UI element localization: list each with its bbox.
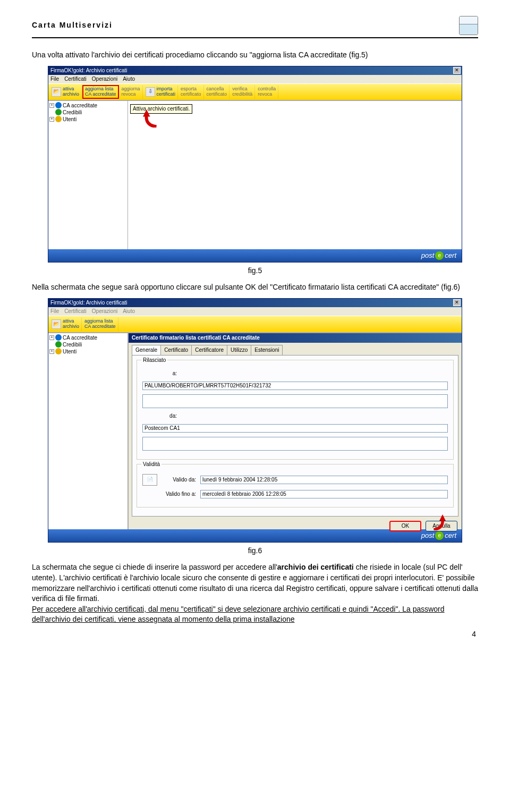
plus-icon[interactable]: + (49, 117, 54, 122)
fig5-caption: fig.5 (32, 266, 478, 276)
value-valido-da[interactable]: lunedì 9 febbraio 2004 12:28:05 (200, 476, 448, 484)
menu-certificati[interactable]: Certificati (64, 75, 87, 83)
page-number: 4 (32, 629, 478, 640)
label-valido-fino: Valido fino a: (162, 490, 196, 498)
toolbar-aggiorna-lista[interactable]: aggiorna listaCA accreditate (82, 85, 119, 99)
globe-icon (55, 102, 62, 108)
menu-aiuto[interactable]: Aiuto (123, 308, 135, 315)
red-arrow-icon (430, 514, 446, 530)
dialog-buttons: OK Annulla (129, 519, 462, 536)
folder-icon: 📂 (52, 87, 61, 97)
label-da: da: (142, 412, 177, 420)
group-rilasciato: Rilasciato a: PALUMBO/ROBERTO/PLMRRT57T0… (137, 360, 454, 460)
ok-button[interactable]: OK (389, 521, 421, 531)
svg-marker-0 (143, 109, 150, 117)
fig5-window-title: FirmaOK!gold: Archivio certificati (50, 67, 128, 74)
header-title: Carta Multiservizi (32, 20, 113, 31)
plus-icon[interactable]: + (49, 349, 54, 354)
tree-utenti[interactable]: + Utenti (49, 348, 126, 355)
value-valido-fino[interactable]: mercoledì 8 febbraio 2006 12:28:05 (200, 490, 448, 498)
value-rilasciato-a[interactable]: PALUMBO/ROBERTO/PLMRRT57T02H501F/321732 (142, 382, 448, 390)
certificate-dialog: Certificato firmatario lista certificati… (128, 333, 462, 529)
toolbar-attiva-archivio[interactable]: 📂 attivaarchivio (49, 317, 82, 331)
tooltip: Attiva archivio certificati. (130, 104, 192, 114)
folder-icon: 📂 (52, 319, 61, 329)
plus-icon[interactable]: + (49, 103, 54, 108)
shield-icon (55, 341, 62, 348)
tree-utenti[interactable]: + Utenti (49, 116, 126, 123)
fig5-tree: + CA accreditate Credibili + Utenti (48, 101, 128, 249)
tab-utilizzo[interactable]: Utilizzo (227, 345, 251, 355)
toolbar-attiva-archivio[interactable]: 📂 attivaarchivio (49, 85, 82, 99)
value-rilasciato-da[interactable]: Postecom CA1 (142, 424, 448, 433)
fig5-window: FirmaOK!gold: Archivio certificati ✕ Fil… (48, 66, 462, 263)
fig6-menubar: File Certificati Operazioni Aiuto (48, 307, 462, 316)
dialog-title: Certificato firmatario lista certificati… (129, 333, 462, 343)
fig5-footer: postecert (48, 249, 462, 262)
dialog-body: Rilasciato a: PALUMBO/ROBERTO/PLMRRT57T0… (132, 355, 458, 517)
value-empty[interactable] (142, 437, 448, 451)
menu-file[interactable]: File (50, 308, 59, 315)
fig6-toolbar: 📂 attivaarchivio aggiorna listaCA accred… (48, 316, 462, 333)
svg-marker-1 (439, 514, 446, 521)
tree-credibili[interactable]: Credibili (49, 109, 126, 116)
tab-generale[interactable]: Generale (132, 345, 161, 355)
label-valido-da: Valido da: (162, 476, 196, 484)
fig5-toolbar: 📂 attivaarchivio aggiorna listaCA accred… (48, 83, 462, 100)
menu-aiuto[interactable]: Aiuto (123, 75, 135, 83)
close-icon[interactable]: ✕ (453, 299, 461, 306)
paragraph-intro-fig6: Nella schermata che segue sarà opportuno… (32, 282, 478, 293)
fig6-window-title: FirmaOK!gold: Archivio certificati (50, 299, 128, 307)
toolbar-importa-certificati[interactable]: ⇩ importacertificati (143, 85, 178, 99)
fig5-titlebar: FirmaOK!gold: Archivio certificati ✕ (48, 66, 462, 75)
fig5-main: Attiva archivio certificati. (128, 101, 462, 249)
red-arrow-icon (143, 109, 161, 128)
value-empty[interactable] (142, 394, 448, 408)
fig6-caption: fig.6 (32, 546, 478, 556)
menu-certificati[interactable]: Certificati (64, 308, 87, 315)
dialog-tabs: Generale Certificato Certificatore Utili… (129, 343, 462, 355)
legend-validita: Validità (141, 461, 162, 468)
toolbar-cancella-certificato[interactable]: cancellacertificato (205, 85, 230, 99)
toolbar-aggiorna-revoca[interactable]: aggiornarevoca (120, 85, 143, 99)
label-a: a: (142, 370, 177, 377)
menu-operazioni[interactable]: Operazioni (92, 75, 117, 83)
tree-ca-accreditate[interactable]: + CA accreditate (49, 334, 126, 341)
shield-icon (55, 109, 62, 115)
paragraph-after-fig6-1: La schermata che segue ci chiede di inse… (32, 562, 478, 604)
e-badge-icon: e (435, 251, 444, 260)
fig5-content: + CA accreditate Credibili + Utenti Atti… (48, 100, 462, 249)
user-icon (55, 116, 62, 122)
fig6-window: FirmaOK!gold: Archivio certificati ✕ Fil… (48, 298, 462, 543)
globe-icon (55, 334, 62, 341)
menu-operazioni[interactable]: Operazioni (92, 308, 117, 315)
page-header: Carta Multiservizi (32, 16, 478, 38)
toolbar-esporta-certificato[interactable]: esportacertificato (178, 85, 204, 99)
user-icon (55, 348, 62, 354)
fig5-menubar: File Certificati Operazioni Aiuto (48, 75, 462, 83)
plus-icon[interactable]: + (49, 335, 54, 340)
menu-file[interactable]: File (50, 75, 59, 83)
group-validita: Validità 📄 Valido da: lunedì 9 febbraio … (137, 464, 454, 508)
toolbar-verifica-credibilita[interactable]: verificacredibilità (230, 85, 255, 99)
tree-credibili[interactable]: Credibili (49, 341, 126, 348)
tab-certificatore[interactable]: Certificatore (191, 345, 227, 355)
header-logo-icon (459, 16, 478, 35)
fig6-tree: + CA accreditate Credibili + Utenti (48, 333, 128, 529)
fig6-main: Certificato firmatario lista certificati… (128, 333, 462, 529)
toolbar-controlla-revoca[interactable]: controllarevoca (256, 85, 278, 99)
fig6-titlebar: FirmaOK!gold: Archivio certificati ✕ (48, 299, 462, 307)
import-icon: ⇩ (146, 87, 155, 97)
toolbar-aggiorna-lista[interactable]: aggiorna listaCA accreditate (82, 317, 118, 331)
tab-estensioni[interactable]: Estensioni (251, 345, 283, 355)
paragraph-after-fig6-2: Per accedere all'archivio certificati, d… (32, 604, 478, 625)
tree-ca-accreditate[interactable]: + CA accreditate (49, 102, 126, 109)
fig6-content: + CA accreditate Credibili + Utenti Cert… (48, 333, 462, 529)
paragraph-intro-fig5: Una volta attivato l'archivio dei certif… (32, 50, 478, 61)
legend-rilasciato: Rilasciato (141, 357, 167, 364)
close-icon[interactable]: ✕ (453, 67, 461, 74)
tab-certificato[interactable]: Certificato (160, 345, 192, 355)
certificate-icon: 📄 (142, 474, 157, 486)
